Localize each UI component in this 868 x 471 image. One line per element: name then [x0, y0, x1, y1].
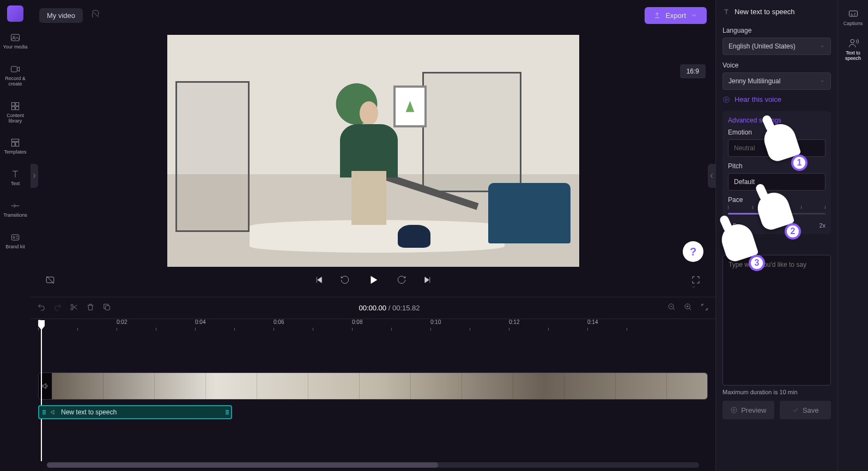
- library-icon: [9, 100, 21, 112]
- rewind-button[interactable]: [337, 272, 353, 288]
- right-sidebar: Captions Text to speech: [837, 0, 868, 471]
- expand-right-panel-button[interactable]: [708, 164, 715, 188]
- voice-select[interactable]: Jenny Multilingual: [723, 72, 831, 90]
- tts-properties-panel: New text to speech Language English (Uni…: [715, 0, 837, 471]
- play-icon: [730, 406, 738, 414]
- app-logo[interactable]: [7, 5, 23, 22]
- duration-hint: Maximum duration is 10 min: [723, 389, 831, 395]
- pitch-label: Pitch: [728, 162, 825, 170]
- svg-rect-10: [11, 235, 19, 240]
- duplicate-button[interactable]: [102, 303, 111, 313]
- media-icon: [9, 32, 21, 44]
- pace-label: Pace: [728, 196, 825, 204]
- project-title[interactable]: My video: [39, 8, 83, 23]
- sidebar-label: Text: [11, 181, 20, 187]
- pace-slider[interactable]: [728, 207, 825, 220]
- pitch-select[interactable]: Default: [728, 173, 825, 191]
- language-label: Language: [723, 27, 831, 34]
- skip-next-button[interactable]: [420, 272, 435, 288]
- pace-min-label: 0.5x: [728, 222, 739, 229]
- svg-rect-3: [11, 102, 15, 106]
- svg-point-21: [851, 39, 854, 43]
- time-display: 00:00.00 / 00:15.82: [359, 304, 420, 312]
- timeline-scrollbar[interactable]: [47, 462, 699, 468]
- pace-knob[interactable]: [774, 210, 780, 217]
- text-icon: [723, 8, 730, 16]
- text-icon: [9, 168, 21, 180]
- timeline[interactable]: 0 0:02 0:04 0:06 0:08 0:10 0:12 0:14 New…: [31, 319, 715, 471]
- ruler-tick: 0:02: [117, 319, 127, 325]
- safe-zones-button[interactable]: [43, 272, 58, 288]
- ruler-tick: 0:10: [430, 319, 441, 325]
- play-circle-icon: [723, 96, 730, 103]
- svg-rect-0: [11, 34, 20, 41]
- split-button[interactable]: [70, 303, 78, 313]
- clip-handle-right[interactable]: [226, 410, 229, 414]
- fullscreen-button[interactable]: [688, 272, 703, 288]
- tab-label: Captions: [843, 21, 863, 26]
- captions-icon: [847, 8, 859, 20]
- redo-button[interactable]: [53, 303, 62, 313]
- play-button[interactable]: [363, 270, 383, 290]
- main-column: My video Export 16:9: [31, 0, 715, 471]
- voice-label: Voice: [723, 62, 831, 69]
- sidebar-item-text[interactable]: Text: [2, 165, 29, 190]
- video-canvas[interactable]: [167, 35, 579, 267]
- svg-rect-20: [849, 11, 857, 16]
- sidebar-label: Content library: [3, 113, 28, 124]
- zoom-out-button[interactable]: [667, 303, 676, 313]
- sidebar-item-transitions[interactable]: Transitions: [2, 197, 29, 222]
- text-label: Text: [723, 241, 831, 248]
- video-clip[interactable]: [38, 372, 708, 400]
- sidebar-item-templates[interactable]: Templates: [2, 133, 29, 158]
- text-to-speech-tab[interactable]: Text to speech: [840, 37, 867, 61]
- clip-thumbnails: [52, 373, 707, 399]
- fit-timeline-button[interactable]: [700, 303, 709, 313]
- emotion-select[interactable]: Neutral: [728, 139, 825, 157]
- panel-title: New text to speech: [735, 8, 795, 16]
- tts-audio-clip[interactable]: New text to speech: [38, 405, 232, 419]
- chevron-down-icon: [690, 11, 698, 19]
- export-button[interactable]: Export: [645, 7, 707, 24]
- preview-area: 16:9 ?: [31, 30, 715, 297]
- help-button[interactable]: ?: [683, 241, 703, 262]
- sidebar-item-library[interactable]: Content library: [2, 97, 29, 127]
- brand-icon: [9, 231, 21, 243]
- tts-text-input[interactable]: [723, 255, 831, 386]
- autosave-off-icon[interactable]: [90, 9, 100, 21]
- current-time: 00:00.00: [359, 304, 386, 312]
- delete-button[interactable]: [86, 303, 95, 313]
- sidebar-label: Record & create: [3, 76, 28, 87]
- scrollbar-thumb[interactable]: [47, 462, 438, 468]
- language-select[interactable]: English (United States): [723, 38, 831, 55]
- captions-tab[interactable]: Captions: [840, 8, 867, 26]
- aspect-ratio-chip[interactable]: 16:9: [680, 64, 706, 78]
- svg-point-11: [13, 236, 15, 238]
- clip-handle-left[interactable]: [43, 410, 46, 414]
- svg-rect-5: [11, 107, 15, 110]
- ruler-tick: 0:12: [509, 319, 519, 325]
- preview-button[interactable]: Preview: [723, 401, 774, 419]
- svg-rect-9: [16, 143, 19, 147]
- total-time: 00:15.82: [392, 304, 420, 312]
- forward-button[interactable]: [394, 272, 409, 288]
- pace-max-label: 2x: [819, 222, 825, 229]
- svg-rect-6: [16, 107, 19, 110]
- chevron-down-icon: [820, 44, 825, 49]
- sidebar-item-media[interactable]: Your media: [2, 28, 29, 53]
- timeline-toolbar: 00:00.00 / 00:15.82: [31, 297, 715, 319]
- skip-previous-button[interactable]: [311, 272, 326, 288]
- hear-voice-link[interactable]: Hear this voice: [723, 95, 831, 103]
- timeline-ruler[interactable]: 0 0:02 0:04 0:06 0:08 0:10 0:12 0:14: [31, 319, 715, 331]
- sidebar-label: Your media: [3, 45, 27, 50]
- ruler-tick: 0:14: [587, 319, 598, 325]
- zoom-in-button[interactable]: [684, 303, 693, 313]
- undo-button[interactable]: [37, 303, 46, 313]
- expand-left-panel-button[interactable]: [31, 164, 38, 188]
- sidebar-item-brand[interactable]: Brand kit: [2, 228, 29, 253]
- sidebar-item-record[interactable]: Record & create: [2, 60, 29, 90]
- svg-point-19: [731, 407, 737, 413]
- svg-rect-8: [11, 143, 15, 147]
- speaker-icon: [50, 409, 57, 415]
- save-button[interactable]: Save: [780, 401, 831, 419]
